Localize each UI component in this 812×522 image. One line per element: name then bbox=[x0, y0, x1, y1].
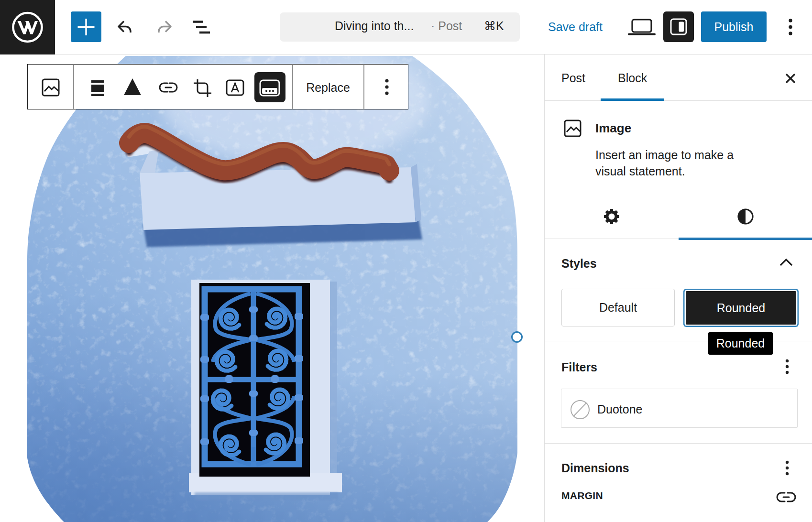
svg-text:Replace: Replace bbox=[306, 81, 350, 94]
